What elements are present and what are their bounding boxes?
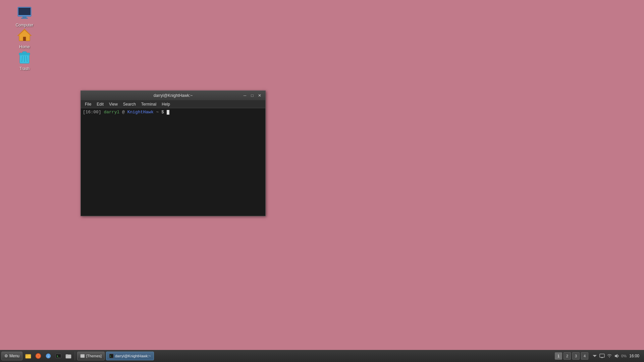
svg-rect-2 <box>22 16 26 18</box>
terminal-window: darryl@KnightHawk:~ ─ □ ✕ File Edit View… <box>80 90 266 216</box>
svg-rect-7 <box>23 37 26 41</box>
tray-expand-icon[interactable] <box>592 353 598 359</box>
menu-search[interactable]: Search <box>120 100 139 108</box>
prompt-time: [16:00] <box>83 110 101 115</box>
svg-rect-25 <box>66 354 68 356</box>
desktop-icon-computer[interactable]: Computer <box>11 5 38 28</box>
taskbar-settings-icon[interactable]: i <box>44 352 53 360</box>
clock: 16:00 <box>628 354 641 358</box>
menu-button[interactable]: ⚙ Menu <box>1 352 22 360</box>
workspace-1[interactable]: 1 <box>555 352 562 360</box>
svg-rect-13 <box>22 52 26 53</box>
close-button[interactable]: ✕ <box>257 93 263 99</box>
trash-icon <box>16 49 33 65</box>
menu-label: Menu <box>9 354 19 358</box>
svg-point-19 <box>37 355 39 357</box>
maximize-button[interactable]: □ <box>249 93 255 99</box>
desktop-icon-home[interactable]: Home <box>11 27 38 50</box>
workspace-3[interactable]: 3 <box>572 352 580 360</box>
taskbar-app-terminal-label: darryl@KnightHawk:~ <box>115 354 151 358</box>
svg-rect-26 <box>80 354 85 358</box>
system-tray: 0% 16:00 <box>590 353 643 359</box>
terminal-titlebar: darryl@KnightHawk:~ ─ □ ✕ <box>81 91 265 100</box>
svg-marker-32 <box>615 354 618 358</box>
tray-battery: 0% <box>621 354 627 358</box>
terminal-cursor <box>167 110 169 115</box>
svg-marker-29 <box>593 355 597 357</box>
menu-edit[interactable]: Edit <box>94 100 106 108</box>
taskbar-divider-1 <box>75 352 75 360</box>
workspace-2[interactable]: 2 <box>564 352 571 360</box>
terminal-title: darryl@KnightHawk:~ <box>84 93 263 98</box>
taskbar: ⚙ Menu i $_ <box>0 350 644 362</box>
taskbar-browser-icon[interactable] <box>34 352 43 360</box>
taskbar-terminal-icon[interactable]: $_ <box>54 352 63 360</box>
workspace-4[interactable]: 4 <box>581 352 588 360</box>
prompt-path: ~ <box>156 110 162 115</box>
svg-rect-30 <box>600 354 604 357</box>
menu-view[interactable]: View <box>106 100 120 108</box>
svg-text:$_: $_ <box>57 355 60 358</box>
menu-terminal[interactable]: Terminal <box>139 100 159 108</box>
trash-icon-label: Trash <box>18 66 31 71</box>
prompt-user: darryl <box>104 110 119 115</box>
minimize-button[interactable]: ─ <box>242 93 248 99</box>
taskbar-app-themes-label: [Themes] <box>86 354 102 358</box>
svg-text:i: i <box>48 355 49 358</box>
menu-gear-icon: ⚙ <box>4 354 8 358</box>
computer-icon <box>16 5 33 21</box>
terminal-menubar: File Edit View Search Terminal Help <box>81 100 265 108</box>
svg-rect-31 <box>601 357 603 358</box>
taskbar-app-themes[interactable]: [Themes] <box>77 352 105 360</box>
menu-help[interactable]: Help <box>159 100 173 108</box>
tray-display-icon[interactable] <box>599 353 605 359</box>
svg-rect-3 <box>21 18 28 19</box>
home-icon <box>16 27 33 43</box>
prompt-host: KnightHawk <box>127 110 154 115</box>
window-controls: ─ □ ✕ <box>242 93 263 99</box>
svg-text:$: $ <box>110 355 111 357</box>
svg-rect-4 <box>18 8 31 15</box>
taskbar-filemanager-icon[interactable] <box>24 352 33 360</box>
prompt-dollar: $ <box>161 110 164 115</box>
taskbar-folder-icon[interactable] <box>64 352 73 360</box>
terminal-prompt-line: [16:00] darryl @ KnightHawk ~ $ <box>83 110 263 115</box>
taskbar-app-terminal[interactable]: $ darryl@KnightHawk:~ <box>106 352 154 360</box>
svg-rect-15 <box>25 355 31 358</box>
menu-file[interactable]: File <box>82 100 94 108</box>
desktop-icon-trash[interactable]: Trash <box>11 49 38 71</box>
svg-rect-16 <box>25 354 28 356</box>
desktop: Computer Home <box>0 0 644 350</box>
tray-volume-icon[interactable] <box>614 353 620 359</box>
tray-network-icon[interactable] <box>606 353 612 359</box>
prompt-at: @ <box>122 110 125 115</box>
terminal-body[interactable]: [16:00] darryl @ KnightHawk ~ $ <box>81 108 265 216</box>
